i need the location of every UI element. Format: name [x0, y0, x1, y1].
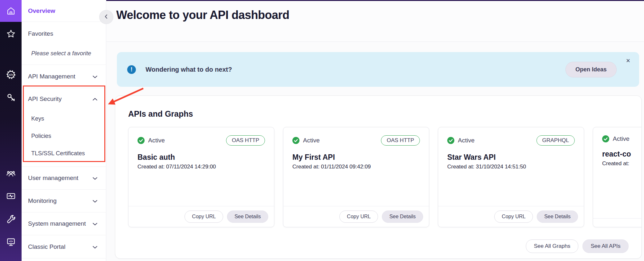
- sidebar-item-classic-portal[interactable]: Classic Portal: [22, 235, 106, 258]
- favorites-placeholder: Please select a favorite: [22, 46, 106, 57]
- copy-url-button[interactable]: Copy URL: [185, 211, 223, 223]
- api-card-created: Created at: 01/11/2024 09:42:09: [292, 164, 420, 170]
- sidebar-item-api-security[interactable]: API Security: [22, 88, 106, 110]
- key-icon: [6, 93, 15, 102]
- sidebar-item-label: API Management: [28, 73, 75, 80]
- check-circle-icon: [137, 137, 145, 144]
- sidebar-collapse-button[interactable]: [99, 10, 113, 24]
- chevron-down-icon: [92, 197, 98, 204]
- api-card-basic-auth: Active OAS HTTP Basic auth Created at: 0…: [128, 127, 274, 227]
- api-card-created: Created at:: [602, 160, 642, 167]
- classic-portal-icon: <>: [6, 237, 16, 247]
- sidebar-item-label: Overview: [28, 7, 55, 14]
- rail-item-overview[interactable]: [0, 0, 22, 22]
- icon-rail: </>: [0, 0, 22, 261]
- open-ideas-button[interactable]: Open Ideas: [565, 62, 617, 77]
- sidebar-item-label: Monitoring: [28, 197, 57, 204]
- api-card-title: Star Wars API: [447, 153, 575, 162]
- page-title: Welcome to your API dashboard: [116, 8, 644, 22]
- section-title: APIs and Graphs: [128, 109, 629, 119]
- top-edge-strip: [97, 0, 644, 1]
- api-cards-row: Active OAS HTTP Basic auth Created at: 0…: [128, 127, 642, 227]
- sidebar: Overview Favorites Please select a favor…: [22, 0, 106, 261]
- api-card-title: My First API: [292, 153, 420, 162]
- api-card-footer: Copy URL See Details: [283, 206, 429, 227]
- status-label: Active: [458, 137, 475, 144]
- check-circle-icon: [292, 137, 299, 144]
- sidebar-item-user-management[interactable]: User management: [22, 167, 106, 190]
- api-type-badge: GRAPHQL: [536, 135, 575, 146]
- status-label: Active: [148, 137, 165, 144]
- page-header: Welcome to your API dashboard: [106, 0, 644, 42]
- chevron-down-icon: [92, 220, 98, 227]
- status-badge: Active: [602, 135, 630, 142]
- api-card-title: Basic auth: [137, 153, 265, 162]
- main-content: Welcome to your API dashboard ! Wonderin…: [106, 0, 644, 261]
- home-icon: [6, 6, 15, 15]
- chevron-down-icon: [92, 73, 98, 80]
- chevron-left-icon: [104, 14, 109, 21]
- rail-item-system-management[interactable]: [0, 212, 22, 226]
- see-all-graphs-button[interactable]: See All Graphs: [526, 239, 578, 253]
- status-badge: Active: [137, 137, 165, 144]
- status-label: Active: [613, 135, 630, 142]
- rail-item-monitoring[interactable]: [0, 189, 22, 203]
- api-type-badge: OAS HTTP: [381, 135, 420, 146]
- sidebar-item-label: System management: [28, 220, 86, 227]
- info-icon: !: [127, 65, 136, 74]
- api-card-created: Created at: 07/11/2024 14:29:00: [137, 164, 265, 170]
- sidebar-section-api-security: API Security Keys Policies TLS/SSL Certi…: [22, 88, 106, 167]
- rail-item-api-security[interactable]: [0, 90, 22, 104]
- api-card-title: react-co: [602, 150, 642, 158]
- sidebar-item-policies[interactable]: Policies: [22, 127, 106, 145]
- see-all-apis-button[interactable]: See All APIs: [582, 239, 629, 253]
- chevron-down-icon: [92, 243, 98, 250]
- api-card-react-co: Active react-co Created at:: [593, 127, 642, 227]
- api-type-badge: OAS HTTP: [226, 135, 265, 146]
- star-icon: [6, 29, 15, 38]
- close-icon[interactable]: ×: [626, 57, 630, 64]
- svg-text:</>: </>: [9, 73, 13, 76]
- panel-actions: See All Graphs See All APIs: [128, 239, 629, 253]
- check-circle-icon: [602, 135, 609, 142]
- users-icon: [6, 168, 16, 178]
- sidebar-item-api-management[interactable]: API Management: [22, 65, 106, 88]
- sidebar-item-keys[interactable]: Keys: [22, 110, 106, 127]
- api-card-star-wars-api: Active GRAPHQL Star Wars API Created at:…: [438, 127, 584, 227]
- sidebar-item-favorites[interactable]: Favorites: [22, 22, 106, 46]
- sidebar-item-label: Classic Portal: [28, 243, 65, 250]
- rail-item-favorites[interactable]: [0, 27, 22, 41]
- status-badge: Active: [292, 137, 320, 144]
- copy-url-button[interactable]: Copy URL: [494, 211, 533, 223]
- api-gear-icon: </>: [6, 70, 16, 79]
- copy-url-button[interactable]: Copy URL: [339, 211, 378, 223]
- status-badge: Active: [447, 137, 475, 144]
- sidebar-item-overview[interactable]: Overview: [22, 0, 106, 22]
- chevron-up-icon: [92, 95, 98, 103]
- api-card-footer: [593, 218, 642, 227]
- apis-and-graphs-panel: APIs and Graphs Active OAS HTTP: [115, 95, 642, 259]
- api-card-created: Created at: 31/10/2024 14:51:50: [447, 164, 575, 170]
- api-card-my-first-api: Active OAS HTTP My First API Created at:…: [283, 127, 429, 227]
- info-banner: ! Wondering what to do next? Open Ideas …: [117, 52, 639, 87]
- sidebar-item-tls-ssl-certificates[interactable]: TLS/SSL Certificates: [22, 145, 106, 162]
- see-details-button[interactable]: See Details: [537, 211, 578, 223]
- sidebar-item-system-management[interactable]: System management: [22, 212, 106, 235]
- status-label: Active: [303, 137, 320, 144]
- sidebar-item-monitoring[interactable]: Monitoring: [22, 190, 106, 212]
- check-circle-icon: [447, 137, 454, 144]
- api-card-footer: Copy URL See Details: [438, 206, 584, 227]
- sidebar-item-label: Favorites: [28, 30, 53, 37]
- api-card-footer: Copy URL See Details: [128, 206, 274, 227]
- sidebar-item-label: API Security: [28, 95, 62, 103]
- rail-item-api-management[interactable]: </>: [0, 68, 22, 82]
- sidebar-favorites-block: Favorites Please select a favorite: [22, 22, 106, 65]
- monitoring-icon: [6, 191, 16, 201]
- svg-text:<>: <>: [9, 239, 13, 243]
- rail-item-classic-portal[interactable]: <>: [0, 235, 22, 249]
- banner-message: Wondering what to do next?: [146, 66, 232, 73]
- see-details-button[interactable]: See Details: [382, 211, 423, 223]
- sidebar-item-label: User management: [28, 175, 78, 182]
- see-details-button[interactable]: See Details: [227, 211, 268, 223]
- rail-item-user-management[interactable]: [0, 166, 22, 180]
